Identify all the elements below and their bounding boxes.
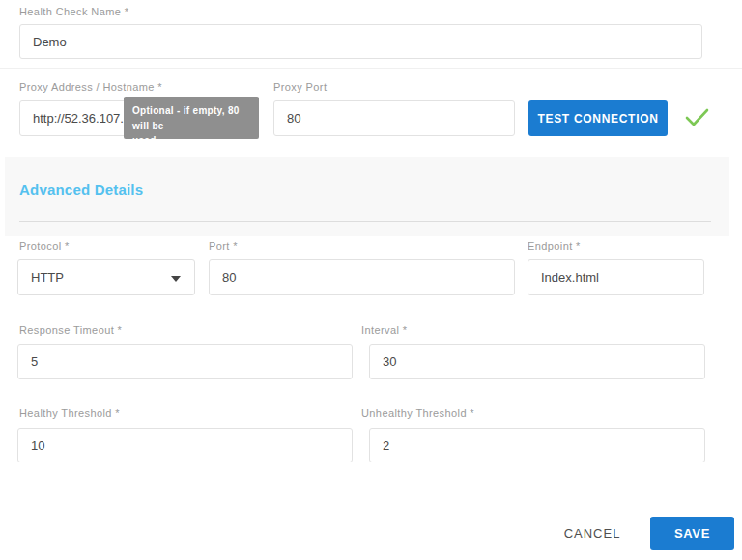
endpoint-label: Endpoint * (528, 240, 581, 252)
proxy-port-tooltip: Optional - if empty, 80 will be used. (124, 97, 259, 139)
unhealthy-threshold-label: Unhealthy Threshold * (361, 407, 474, 419)
section-separator (0, 68, 742, 69)
proxy-port-label: Proxy Port (273, 81, 327, 93)
tooltip-line-1: Optional - if empty, 80 will be (132, 103, 251, 133)
cancel-button[interactable]: CANCEL (558, 521, 626, 545)
response-timeout-label: Response Timeout * (19, 324, 122, 336)
protocol-select-value: HTTP (31, 270, 64, 285)
tooltip-line-2: used. (132, 133, 251, 149)
save-button[interactable]: SAVE (650, 517, 734, 550)
protocol-select[interactable]: HTTP (17, 259, 195, 295)
advanced-details-panel: Advanced Details (5, 157, 729, 236)
connection-success-check-icon (681, 104, 712, 135)
health-check-name-label: Health Check Name * (19, 6, 128, 17)
proxy-address-label: Proxy Address / Hostname * (19, 81, 162, 93)
chevron-down-icon (171, 276, 181, 282)
test-connection-button[interactable]: TEST CONNECTION (528, 100, 668, 136)
health-check-name-input[interactable] (19, 24, 702, 59)
interval-label: Interval * (361, 324, 407, 336)
proxy-port-input[interactable] (273, 100, 515, 136)
interval-input[interactable] (369, 344, 705, 379)
port-label: Port * (209, 240, 238, 252)
healthy-threshold-input[interactable] (17, 428, 353, 462)
advanced-details-title: Advanced Details (19, 182, 143, 198)
healthy-threshold-label: Healthy Threshold * (19, 407, 120, 419)
health-check-form: Health Check Name * Proxy Address / Host… (0, 0, 742, 560)
protocol-label: Protocol * (19, 240, 70, 252)
endpoint-input[interactable] (528, 259, 704, 295)
unhealthy-threshold-input[interactable] (369, 428, 705, 462)
port-input[interactable] (209, 259, 515, 295)
advanced-details-divider (19, 221, 711, 222)
response-timeout-input[interactable] (17, 344, 353, 379)
